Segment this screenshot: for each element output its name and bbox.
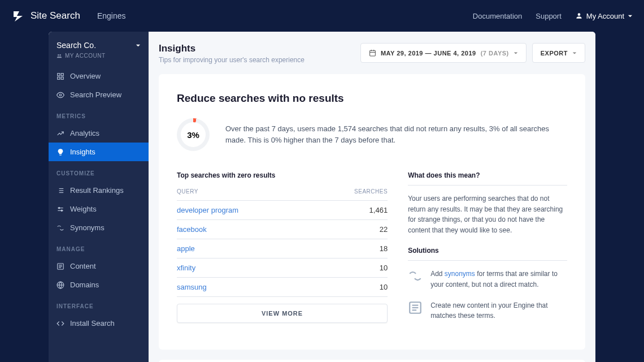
- account-label: My Account: [586, 12, 624, 20]
- export-button[interactable]: EXPORT: [532, 43, 585, 63]
- searches-cell: 18: [314, 239, 388, 258]
- solutions-title: Solutions: [408, 247, 567, 261]
- searches-cell: 10: [314, 258, 388, 278]
- query-cell[interactable]: apple: [177, 239, 314, 258]
- sidebar-label: Overview: [70, 72, 101, 80]
- insight-card-no-clickthroughs: Reduce searches with no clickthroughs: [159, 360, 585, 362]
- section-customize: CUSTOMIZE: [49, 161, 149, 181]
- sidebar-item-domains[interactable]: Domains: [49, 275, 149, 294]
- synonym-icon: [56, 224, 64, 232]
- sidebar-label: Analytics: [70, 129, 99, 137]
- bulb-icon: [56, 148, 64, 156]
- date-range-picker[interactable]: MAY 29, 2019 — JUNE 4, 2019 (7 DAYS): [360, 43, 526, 63]
- section-interface: INTERFACE: [49, 294, 149, 314]
- people-icon: [56, 53, 62, 59]
- svg-rect-6: [61, 77, 63, 79]
- logo[interactable]: Site Search: [11, 9, 80, 23]
- date-range-label: MAY 29, 2019 — JUNE 4, 2019: [381, 50, 476, 57]
- eye-icon: [56, 91, 64, 99]
- sidebar-label: Result Rankings: [70, 186, 124, 195]
- insight-card-no-results: Reduce searches with no results 3% Over …: [159, 74, 585, 350]
- synonym-icon: [408, 269, 423, 283]
- sidebar-label: Search Preview: [70, 90, 121, 99]
- svg-rect-3: [58, 73, 60, 75]
- query-cell[interactable]: facebook: [177, 220, 314, 239]
- calendar-icon: [369, 49, 376, 57]
- svg-point-2: [59, 54, 61, 56]
- section-manage: MANAGE: [49, 237, 149, 257]
- percent-value: 3%: [181, 122, 206, 147]
- logo-icon: [11, 9, 25, 23]
- col-searches: SEARCHES: [314, 183, 388, 201]
- query-cell[interactable]: developer program: [177, 201, 314, 220]
- searches-cell: 1,461: [314, 201, 388, 220]
- query-cell[interactable]: samsung: [177, 278, 314, 297]
- grid-icon: [56, 72, 64, 80]
- globe-icon: [56, 281, 64, 289]
- engine-name-label: Search Co.: [56, 41, 96, 50]
- chart-icon: [56, 130, 64, 137]
- person-icon: [575, 12, 583, 20]
- svg-point-16: [59, 207, 60, 208]
- synonyms-link[interactable]: synonyms: [445, 270, 475, 278]
- nav-documentation[interactable]: Documentation: [473, 12, 522, 20]
- product-name: Site Search: [31, 10, 80, 21]
- table-row: samsung10: [177, 278, 388, 297]
- svg-point-7: [59, 94, 62, 96]
- searches-cell: 22: [314, 220, 388, 239]
- svg-point-1: [58, 54, 59, 56]
- sidebar-label: Synonyms: [70, 223, 105, 232]
- engine-selector[interactable]: Search Co.: [56, 41, 141, 50]
- table-row: facebook22: [177, 220, 388, 239]
- zero-results-table: QUERY SEARCHES developer program1,461 fa…: [177, 183, 388, 297]
- nav-support[interactable]: Support: [536, 12, 562, 20]
- content-icon: [408, 300, 423, 315]
- chevron-down-icon: [572, 51, 577, 55]
- explain-title: What does this mean?: [408, 171, 567, 186]
- sidebar-item-result-rankings[interactable]: Result Rankings: [49, 181, 149, 200]
- view-more-button[interactable]: VIEW MORE: [177, 304, 388, 323]
- sidebar-label: Install Search: [70, 319, 115, 327]
- svg-rect-4: [61, 73, 63, 75]
- content-icon: [56, 262, 64, 270]
- account-menu[interactable]: My Account: [575, 12, 633, 20]
- svg-rect-5: [58, 77, 60, 79]
- sidebar-item-content[interactable]: Content: [49, 257, 149, 275]
- account-sublabel: MY ACCOUNT: [65, 53, 106, 59]
- sidebar-label: Domains: [70, 281, 99, 289]
- sidebar-label: Weights: [70, 205, 97, 213]
- col-query: QUERY: [177, 183, 314, 201]
- table-row: developer program1,461: [177, 201, 388, 220]
- percent-donut: 3%: [177, 118, 210, 151]
- card-title: Reduce searches with no results: [177, 92, 567, 105]
- sidebar-item-install-search[interactable]: Install Search: [49, 314, 149, 333]
- chevron-down-icon: [514, 51, 518, 55]
- export-label: EXPORT: [541, 50, 568, 57]
- sidebar-label: Content: [70, 262, 96, 270]
- date-duration: (7 DAYS): [481, 50, 509, 57]
- searches-cell: 10: [314, 278, 388, 297]
- section-metrics: METRICS: [49, 104, 149, 124]
- sidebar-item-analytics[interactable]: Analytics: [49, 124, 149, 143]
- page-title: Insights: [159, 43, 304, 54]
- svg-rect-24: [370, 50, 376, 56]
- explain-text: Your users are performing searches that …: [408, 193, 567, 235]
- summary-text: Over the past 7 days, users made 1,574 s…: [225, 123, 567, 146]
- solution-text: Add synonyms for terms that are similar …: [430, 269, 567, 290]
- nav-engines[interactable]: Engines: [97, 11, 126, 20]
- sidebar-item-search-preview[interactable]: Search Preview: [49, 85, 149, 104]
- code-icon: [56, 320, 64, 327]
- table-title: Top searches with zero results: [177, 171, 388, 179]
- svg-point-0: [577, 13, 580, 16]
- query-cell[interactable]: xfinity: [177, 258, 314, 278]
- solution-text: Create new content in your Engine that m…: [430, 300, 567, 321]
- svg-point-17: [61, 210, 62, 211]
- sidebar-item-weights[interactable]: Weights: [49, 200, 149, 218]
- sidebar-item-overview[interactable]: Overview: [49, 67, 149, 85]
- chevron-down-icon: [136, 43, 141, 48]
- table-row: apple18: [177, 239, 388, 258]
- sidebar-item-insights[interactable]: Insights: [49, 143, 149, 161]
- sidebar-item-synonyms[interactable]: Synonyms: [49, 218, 149, 237]
- sidebar: Search Co. MY ACCOUNT Overview Search Pr…: [49, 32, 149, 362]
- sliders-icon: [56, 205, 64, 213]
